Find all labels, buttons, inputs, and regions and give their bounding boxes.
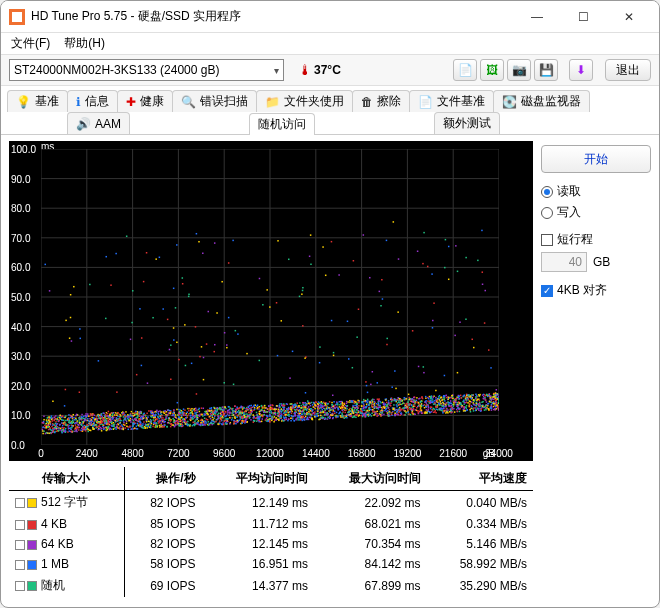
xtick: 21600 bbox=[439, 448, 467, 459]
menubar: 文件(F) 帮助(H) bbox=[1, 33, 659, 55]
xtick: 9600 bbox=[213, 448, 235, 459]
ytick: 30.0 bbox=[11, 351, 30, 362]
app-window: HD Tune Pro 5.75 - 硬盘/SSD 实用程序 — ☐ ✕ 文件(… bbox=[0, 0, 660, 608]
file-icon: 📄 bbox=[418, 95, 433, 109]
row-checkbox[interactable] bbox=[15, 581, 25, 591]
checkbox-icon: ✓ bbox=[541, 285, 553, 297]
radio-read[interactable]: 读取 bbox=[541, 183, 651, 200]
col-header: 传输大小 bbox=[9, 467, 124, 491]
info-icon: ℹ bbox=[76, 95, 81, 109]
lightbulb-icon: 💡 bbox=[16, 95, 31, 109]
xtick: 16800 bbox=[348, 448, 376, 459]
window-title: HD Tune Pro 5.75 - 硬盘/SSD 实用程序 bbox=[31, 8, 515, 25]
right-pane: 开始 读取 写入 短行程 40 GB ✓4KB 对齐 bbox=[541, 141, 651, 599]
erase-icon: 🗑 bbox=[361, 95, 373, 109]
check-shortstroke[interactable]: 短行程 bbox=[541, 231, 651, 248]
tab-aam[interactable]: 🔊AAM bbox=[67, 112, 130, 134]
toolbar: ST24000NM002H-3KS133 (24000 gB) 🌡 37°C 📄… bbox=[1, 55, 659, 86]
left-pane: ms 0.010.020.030.040.050.060.070.080.090… bbox=[9, 141, 533, 599]
col-header: 操作/秒 bbox=[124, 467, 202, 491]
options-button[interactable]: ⬇ bbox=[569, 59, 593, 81]
xtick: 0 bbox=[38, 448, 44, 459]
temperature: 🌡 37°C bbox=[298, 62, 341, 78]
menu-help[interactable]: 帮助(H) bbox=[58, 33, 111, 54]
tab-random-access[interactable]: 随机访问 bbox=[249, 113, 315, 135]
content: ms 0.010.020.030.040.050.060.070.080.090… bbox=[1, 135, 659, 607]
ytick: 50.0 bbox=[11, 292, 30, 303]
speaker-icon: 🔊 bbox=[76, 117, 91, 131]
start-button[interactable]: 开始 bbox=[541, 145, 651, 173]
xtick: 2400 bbox=[76, 448, 98, 459]
legend-swatch bbox=[27, 540, 37, 550]
tab-health[interactable]: ✚健康 bbox=[117, 90, 173, 112]
radio-icon bbox=[541, 207, 553, 219]
radio-icon bbox=[541, 186, 553, 198]
radio-write[interactable]: 写入 bbox=[541, 204, 651, 221]
drive-select-text: ST24000NM002H-3KS133 (24000 gB) bbox=[14, 63, 219, 77]
ytick: 90.0 bbox=[11, 173, 30, 184]
close-button[interactable]: ✕ bbox=[607, 3, 651, 31]
ytick: 10.0 bbox=[11, 410, 30, 421]
tab-extra[interactable]: 额外测试 bbox=[434, 112, 500, 134]
magnify-icon: 🔍 bbox=[181, 95, 196, 109]
thermometer-icon: 🌡 bbox=[298, 62, 312, 78]
legend-swatch bbox=[27, 581, 37, 591]
ytick: 80.0 bbox=[11, 203, 30, 214]
xtick: 7200 bbox=[167, 448, 189, 459]
table-row: 512 字节82 IOPS12.149 ms22.092 ms0.040 MB/… bbox=[9, 491, 533, 515]
toolbar-icons: 📄 🖼 📷 💾 ⬇ bbox=[453, 59, 593, 81]
col-header: 最大访问时间 bbox=[314, 467, 427, 491]
row-checkbox[interactable] bbox=[15, 560, 25, 570]
svg-rect-1 bbox=[12, 12, 22, 22]
tab-benchmark[interactable]: 💡基准 bbox=[7, 90, 68, 112]
row-checkbox[interactable] bbox=[15, 540, 25, 550]
table-row: 1 MB58 IOPS16.951 ms84.142 ms58.992 MB/s bbox=[9, 554, 533, 574]
xtick: 19200 bbox=[393, 448, 421, 459]
tab-errorscan[interactable]: 🔍错误扫描 bbox=[172, 90, 257, 112]
window-controls: — ☐ ✕ bbox=[515, 3, 651, 31]
copy-text-button[interactable]: 📄 bbox=[453, 59, 477, 81]
tab-erase[interactable]: 🗑擦除 bbox=[352, 90, 410, 112]
results-table: 传输大小操作/秒平均访问时间最大访问时间平均速度 512 字节82 IOPS12… bbox=[9, 467, 533, 597]
chart-xunit: gB bbox=[483, 448, 495, 459]
legend-swatch bbox=[27, 560, 37, 570]
folder-icon: 📁 bbox=[265, 95, 280, 109]
maximize-button[interactable]: ☐ bbox=[561, 3, 605, 31]
tab-info[interactable]: ℹ信息 bbox=[67, 90, 118, 112]
minimize-button[interactable]: — bbox=[515, 3, 559, 31]
col-header: 平均访问时间 bbox=[202, 467, 315, 491]
row-checkbox[interactable] bbox=[15, 520, 25, 530]
tab-monitor[interactable]: 💽磁盘监视器 bbox=[493, 90, 590, 112]
legend-swatch bbox=[27, 520, 37, 530]
ytick: 20.0 bbox=[11, 380, 30, 391]
exit-label: 退出 bbox=[616, 62, 640, 79]
ytick: 60.0 bbox=[11, 262, 30, 273]
tab-filebench[interactable]: 📄文件基准 bbox=[409, 90, 494, 112]
temperature-value: 37°C bbox=[314, 63, 341, 77]
plus-icon: ✚ bbox=[126, 95, 136, 109]
menu-file[interactable]: 文件(F) bbox=[5, 33, 56, 54]
ytick: 0.0 bbox=[11, 440, 25, 451]
ytick: 100.0 bbox=[11, 144, 36, 155]
tabs-row1: 💡基准 ℹ信息 ✚健康 🔍错误扫描 📁文件夹使用 🗑擦除 📄文件基准 💽磁盘监视… bbox=[1, 86, 659, 135]
table-row: 4 KB85 IOPS11.712 ms68.021 ms0.334 MB/s bbox=[9, 514, 533, 534]
shortstroke-value: 40 bbox=[541, 252, 587, 272]
app-icon bbox=[9, 9, 25, 25]
check-4kb-align[interactable]: ✓4KB 对齐 bbox=[541, 282, 651, 299]
copy-chart-button[interactable]: 🖼 bbox=[480, 59, 504, 81]
xtick: 12000 bbox=[256, 448, 284, 459]
checkbox-icon bbox=[541, 234, 553, 246]
row-checkbox[interactable] bbox=[15, 498, 25, 508]
disk-icon: 💽 bbox=[502, 95, 517, 109]
exit-button[interactable]: 退出 bbox=[605, 59, 651, 81]
col-header: 平均速度 bbox=[427, 467, 533, 491]
drive-select[interactable]: ST24000NM002H-3KS133 (24000 gB) bbox=[9, 59, 284, 81]
chart: ms 0.010.020.030.040.050.060.070.080.090… bbox=[9, 141, 533, 461]
screenshot-button[interactable]: 📷 bbox=[507, 59, 531, 81]
shortstroke-unit: GB bbox=[593, 255, 610, 269]
ytick: 70.0 bbox=[11, 232, 30, 243]
chart-canvas bbox=[41, 149, 499, 445]
save-button[interactable]: 💾 bbox=[534, 59, 558, 81]
tab-folderusage[interactable]: 📁文件夹使用 bbox=[256, 90, 353, 112]
ytick: 40.0 bbox=[11, 321, 30, 332]
